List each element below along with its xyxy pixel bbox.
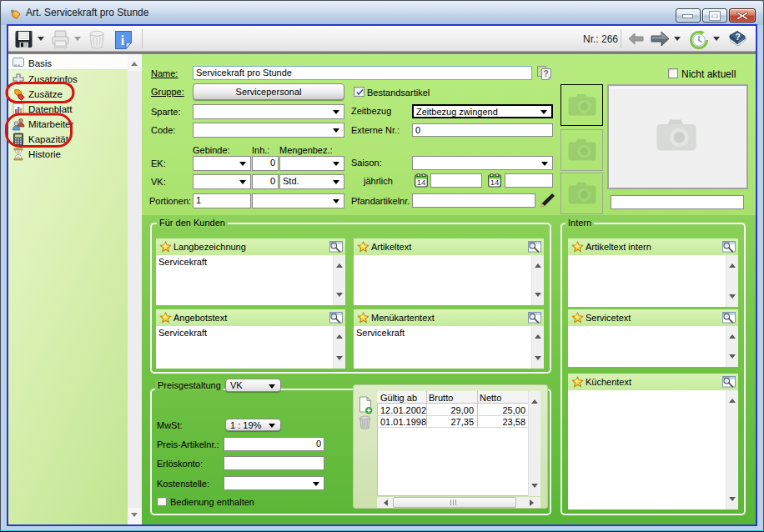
- svg-text:?: ?: [736, 33, 741, 42]
- svg-text:14: 14: [417, 178, 426, 187]
- svg-text:i: i: [121, 33, 125, 48]
- svg-text:14: 14: [490, 178, 500, 187]
- svg-text:?: ?: [544, 69, 549, 78]
